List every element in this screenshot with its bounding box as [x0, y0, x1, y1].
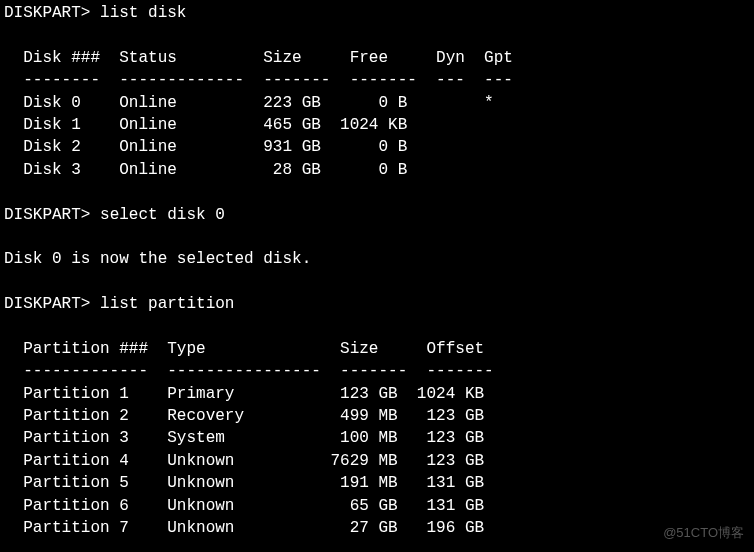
disk-row: Disk 3 Online 28 GB 0 B [0, 159, 754, 181]
disk-row: Disk 0 Online 223 GB 0 B * [0, 92, 754, 114]
partition-row: Partition 1 Primary 123 GB 1024 KB [0, 383, 754, 405]
partition-table-separator: ------------- ---------------- ------- -… [0, 360, 754, 382]
blank-line [0, 24, 754, 46]
prompt-line-1[interactable]: DISKPART> list disk [0, 2, 754, 24]
command-text: list partition [100, 295, 234, 313]
prompt-line-2[interactable]: DISKPART> select disk 0 [0, 204, 754, 226]
select-response: Disk 0 is now the selected disk. [0, 248, 754, 270]
partition-row: Partition 5 Unknown 191 MB 131 GB [0, 472, 754, 494]
partition-table-header: Partition ### Type Size Offset [0, 338, 754, 360]
blank-line [0, 315, 754, 337]
blank-line [0, 271, 754, 293]
command-text: list disk [100, 4, 186, 22]
prompt-label: DISKPART> [4, 206, 90, 224]
disk-row: Disk 2 Online 931 GB 0 B [0, 136, 754, 158]
command-text: select disk 0 [100, 206, 225, 224]
prompt-label: DISKPART> [4, 295, 90, 313]
disk-row: Disk 1 Online 465 GB 1024 KB [0, 114, 754, 136]
blank-line [0, 181, 754, 203]
partition-row: Partition 3 System 100 MB 123 GB [0, 427, 754, 449]
watermark: @51CTO博客 [663, 524, 744, 542]
disk-table-header: Disk ### Status Size Free Dyn Gpt [0, 47, 754, 69]
partition-row: Partition 4 Unknown 7629 MB 123 GB [0, 450, 754, 472]
partition-row: Partition 2 Recovery 499 MB 123 GB [0, 405, 754, 427]
blank-line [0, 226, 754, 248]
partition-row: Partition 6 Unknown 65 GB 131 GB [0, 495, 754, 517]
prompt-label: DISKPART> [4, 4, 90, 22]
prompt-line-3[interactable]: DISKPART> list partition [0, 293, 754, 315]
disk-table-separator: -------- ------------- ------- ------- -… [0, 69, 754, 91]
partition-row: Partition 7 Unknown 27 GB 196 GB [0, 517, 754, 539]
